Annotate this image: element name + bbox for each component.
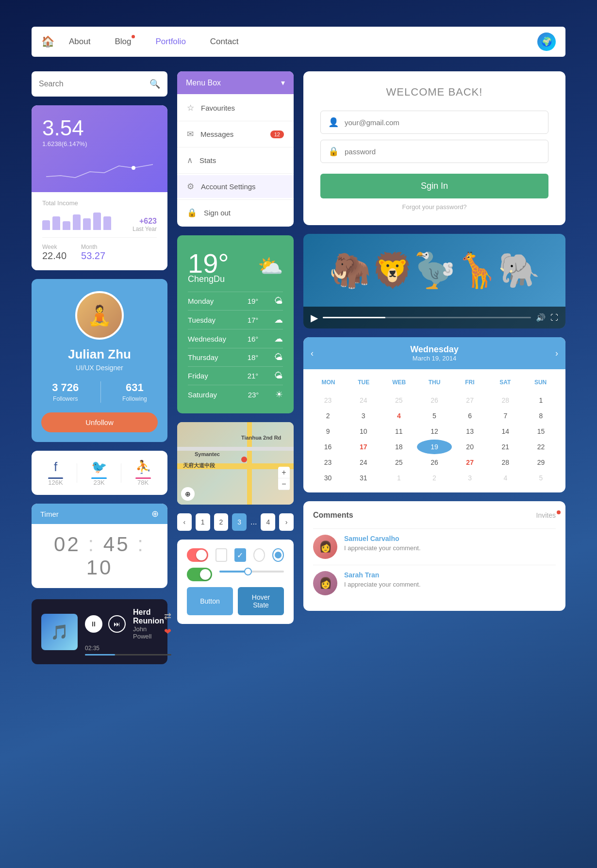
cal-day[interactable]: 2 [417,471,451,485]
cal-day[interactable]: 16 [311,440,345,454]
cal-day[interactable]: 28 [488,455,523,470]
cal-day[interactable]: 30 [311,471,345,485]
slider-thumb[interactable] [244,568,252,575]
volume-icon[interactable]: 🔊 [536,313,546,322]
nav-portfolio[interactable]: Portfolio [155,37,185,47]
forgot-password-link[interactable]: Forgot your password? [320,203,548,211]
cal-day[interactable]: 18 [381,440,416,454]
cal-day[interactable]: 25 [381,393,416,408]
timer-add-icon[interactable]: ⊕ [151,508,159,519]
cal-day[interactable]: 9 [311,424,345,439]
weather-friday: Friday 21° 🌤 [188,366,283,385]
play-icon[interactable]: ▶ [311,312,318,324]
fullscreen-icon[interactable]: ⛶ [550,313,558,322]
page-4-button[interactable]: 4 [261,513,275,531]
menu-item-account-settings[interactable]: ⚙ Account Settings [177,175,294,198]
cal-day[interactable]: 3 [346,409,381,423]
cal-day[interactable]: 5 [524,471,558,485]
shuffle-icon[interactable]: ⇄ [164,611,171,622]
timer-label: Timer [40,510,59,518]
page-prev-button[interactable]: ‹ [177,513,192,531]
cal-day[interactable]: 26 [417,393,451,408]
cal-day[interactable]: 26 [417,455,451,470]
cal-day[interactable]: 10 [346,424,381,439]
radio-unchecked[interactable] [253,548,265,562]
cal-day[interactable]: 24 [346,455,381,470]
cal-day[interactable]: 3 [453,471,487,485]
user-avatar[interactable]: 🌍 [537,33,556,51]
cal-day[interactable]: 15 [524,424,558,439]
cal-day[interactable]: 2 [311,409,345,423]
menu-header[interactable]: Menu Box ▾ [177,71,294,94]
cal-day[interactable]: 31 [346,471,381,485]
nav-about[interactable]: About [69,37,90,47]
pause-button[interactable]: ⏸ [85,615,102,633]
cal-day[interactable]: 21 [488,440,523,454]
cal-day[interactable]: 7 [488,409,523,423]
calendar-next-button[interactable]: › [555,348,558,359]
page-next-button[interactable]: › [279,513,294,531]
twitter-icon[interactable]: 🐦 [91,459,107,475]
password-input[interactable] [345,147,541,156]
unfollow-button[interactable]: Unfollow [41,412,158,432]
cal-day[interactable]: 24 [346,393,381,408]
primary-button[interactable]: Button [187,587,233,615]
video-progress-track[interactable] [323,317,531,318]
cal-day[interactable]: 1 [524,393,558,408]
menu-item-stats[interactable]: ∧ Stats [177,149,294,172]
map-card[interactable]: Symantec Tianhua 2nd Rd 天府大道中段 + − ⊕ [177,422,294,505]
cal-header-fri: FRI [452,377,487,388]
cal-day[interactable]: 13 [453,424,487,439]
invites-tab[interactable]: Invites [536,511,556,519]
cal-day[interactable]: 23 [311,455,345,470]
login-button[interactable]: Sgin In [320,174,548,198]
comments-tab[interactable]: Comments [313,511,353,520]
nav-contact[interactable]: Contact [210,37,239,47]
cal-day[interactable]: 12 [417,424,451,439]
heart-icon[interactable]: ❤ [164,626,171,637]
cal-day[interactable]: 20 [453,440,487,454]
cal-day[interactable]: 14 [488,424,523,439]
cal-day[interactable]: 22 [524,440,558,454]
cal-day[interactable]: 4 [381,409,416,423]
dribbble-icon[interactable]: ⛹ [135,459,151,475]
menu-item-favourites[interactable]: ☆ Favourites [177,97,294,119]
toggle-1[interactable] [187,548,208,562]
progress-bar[interactable] [85,654,171,655]
cal-day[interactable]: 6 [453,409,487,423]
cal-day[interactable]: 4 [488,471,523,485]
cal-day[interactable]: 8 [524,409,558,423]
search-input[interactable] [39,80,149,88]
cal-day[interactable]: 25 [381,455,416,470]
zoom-in-icon[interactable]: + [278,467,290,478]
page-3-button[interactable]: 3 [232,513,247,531]
checkbox-unchecked[interactable] [216,548,227,562]
page-2-button[interactable]: 2 [214,513,229,531]
cal-day[interactable]: 1 [381,471,416,485]
cal-day[interactable]: 11 [381,424,416,439]
search-icon[interactable]: 🔍 [149,79,160,89]
cal-day[interactable]: 29 [524,455,558,470]
radio-checked[interactable] [272,548,284,562]
home-icon[interactable]: 🏠 [41,35,54,48]
zoom-out-icon[interactable]: − [278,478,290,490]
email-input[interactable] [345,118,541,127]
twitter-count: 23K [91,479,107,486]
toggle-2[interactable] [187,568,212,581]
cal-day[interactable]: 23 [311,393,345,408]
menu-item-signout[interactable]: 🔒 Sign out [177,201,294,224]
nav-blog[interactable]: Blog [115,37,131,47]
page-1-button[interactable]: 1 [196,513,210,531]
cal-day[interactable]: 27 [453,455,487,470]
checkbox-checked[interactable]: ✓ [234,548,246,562]
cal-day-today[interactable]: 19 [417,440,451,454]
hover-button[interactable]: Hover State [238,587,284,615]
cal-day[interactable]: 27 [453,393,487,408]
cal-day[interactable]: 5 [417,409,451,423]
cal-day[interactable]: 28 [488,393,523,408]
menu-item-messages[interactable]: ✉ Messages 12 [177,123,294,146]
slider-track[interactable] [219,571,284,573]
cal-day[interactable]: 17 [346,440,381,454]
skip-button[interactable]: ⏭ [108,615,126,633]
facebook-icon[interactable]: f [48,459,63,475]
